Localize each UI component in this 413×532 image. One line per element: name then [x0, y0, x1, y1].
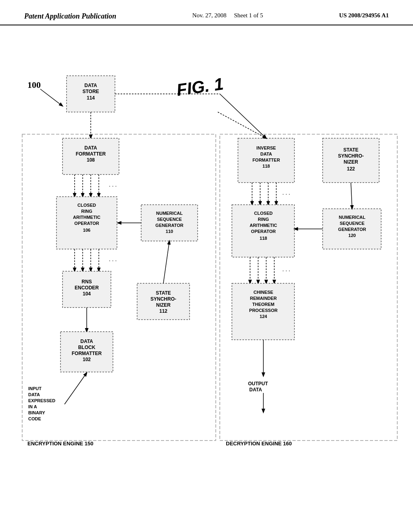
patent-diagram: 100 DATA STORE 114 DATA FORMATTER 108 . … — [0, 25, 413, 501]
svg-text:DATA: DATA — [28, 392, 40, 397]
svg-text:GENERATOR: GENERATOR — [338, 227, 366, 232]
svg-text:110: 110 — [166, 229, 173, 234]
svg-text:122: 122 — [347, 166, 355, 172]
svg-text:DECRYPTION ENGINE  160: DECRYPTION ENGINE 160 — [226, 441, 292, 447]
svg-text:ENCRYPTION ENGINE  150: ENCRYPTION ENGINE 150 — [27, 441, 94, 447]
svg-line-1 — [40, 89, 63, 106]
svg-line-56 — [163, 241, 169, 283]
svg-text:STATE: STATE — [343, 147, 359, 153]
svg-text:FORMATTER: FORMATTER — [72, 351, 102, 356]
svg-text:104: 104 — [83, 291, 91, 297]
svg-text:STORE: STORE — [82, 89, 99, 94]
patent-number: US 2008/294956 A1 — [339, 12, 389, 19]
svg-text:OUTPUT: OUTPUT — [248, 381, 268, 387]
svg-text:118: 118 — [263, 164, 270, 168]
svg-text:. . .: . . . — [109, 181, 117, 188]
svg-text:STATE: STATE — [156, 290, 171, 296]
svg-text:FORMATTER: FORMATTER — [76, 151, 106, 157]
svg-text:DATA: DATA — [80, 339, 93, 344]
svg-text:SYNCHRO-: SYNCHRO- — [150, 296, 176, 302]
svg-text:DATA: DATA — [84, 145, 97, 151]
svg-text:REMAINDER: REMAINDER — [250, 296, 277, 301]
svg-text:GENERATOR: GENERATOR — [155, 223, 183, 228]
diagram-area: 100 DATA STORE 114 DATA FORMATTER 108 . … — [0, 25, 413, 501]
page-header: Patent Application Publication Nov. 27, … — [0, 0, 413, 25]
svg-text:NUMERICAL: NUMERICAL — [156, 211, 183, 216]
svg-text:RING: RING — [258, 217, 269, 222]
svg-text:BLOCK: BLOCK — [78, 345, 96, 350]
svg-text:DATA: DATA — [261, 152, 272, 156]
svg-text:RNS: RNS — [81, 279, 92, 285]
svg-text:CLOSED: CLOSED — [254, 211, 273, 216]
svg-text:THEOREM: THEOREM — [252, 302, 275, 307]
svg-text:NIZER: NIZER — [344, 159, 358, 165]
svg-text:CHINESE: CHINESE — [254, 290, 273, 295]
svg-text:FORMATTER: FORMATTER — [252, 158, 280, 162]
svg-line-50 — [65, 373, 87, 404]
svg-text:INVERSE: INVERSE — [257, 145, 276, 150]
svg-text:OPERATOR: OPERATOR — [251, 229, 275, 234]
svg-text:. . .: . . . — [109, 256, 117, 262]
svg-text:EXPRESSED: EXPRESSED — [28, 398, 55, 403]
svg-text:DATA: DATA — [249, 387, 262, 393]
sheet-info: Sheet 1 of 5 — [234, 12, 263, 19]
svg-text:OPERATOR: OPERATOR — [74, 221, 99, 226]
svg-text:INPUT: INPUT — [28, 386, 42, 391]
svg-line-106 — [220, 94, 266, 138]
svg-text:ARITHMETIC: ARITHMETIC — [250, 223, 277, 228]
page: Patent Application Publication Nov. 27, … — [0, 0, 413, 532]
header-center: Nov. 27, 2008 Sheet 1 of 5 — [192, 12, 263, 19]
svg-text:RING: RING — [81, 209, 92, 214]
svg-text:SEQUENCE: SEQUENCE — [340, 221, 365, 226]
svg-line-87 — [351, 183, 352, 209]
svg-text:108: 108 — [87, 157, 95, 163]
svg-text:CODE: CODE — [28, 416, 41, 421]
publication-type: Patent Application Publication — [24, 12, 116, 21]
svg-text:114: 114 — [87, 95, 95, 101]
svg-text:106: 106 — [83, 228, 90, 233]
svg-text:NIZER: NIZER — [156, 302, 171, 308]
svg-text:120: 120 — [348, 233, 356, 238]
svg-text:112: 112 — [159, 308, 167, 314]
svg-text:IN A: IN A — [28, 404, 37, 409]
svg-text:DATA: DATA — [84, 83, 97, 88]
svg-text:NUMERICAL: NUMERICAL — [339, 215, 365, 220]
svg-text:ENCODER: ENCODER — [75, 285, 99, 291]
svg-text:. . .: . . . — [282, 266, 290, 272]
svg-text:PROCESSOR: PROCESSOR — [249, 308, 277, 313]
svg-text:ARITHMETIC: ARITHMETIC — [73, 215, 100, 220]
svg-text:BINARY: BINARY — [28, 410, 45, 415]
svg-text:. . .: . . . — [282, 189, 290, 196]
svg-text:100: 100 — [27, 80, 41, 90]
svg-text:CLOSED: CLOSED — [77, 203, 96, 208]
svg-text:118: 118 — [260, 236, 267, 241]
svg-text:124: 124 — [260, 314, 267, 319]
svg-text:FIG. 1: FIG. 1 — [175, 74, 225, 100]
svg-text:SEQUENCE: SEQUENCE — [157, 217, 182, 222]
publication-date: Nov. 27, 2008 — [192, 12, 227, 19]
svg-text:102: 102 — [83, 357, 91, 362]
svg-text:SYNCHRO-: SYNCHRO- — [338, 153, 364, 159]
